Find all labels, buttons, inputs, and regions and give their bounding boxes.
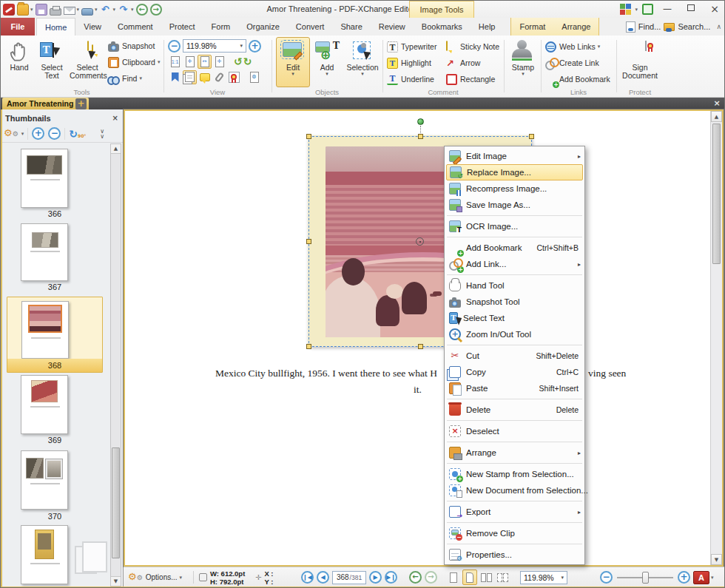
fit-visible-icon[interactable]: ✛ (212, 55, 226, 69)
thumbnails-pane-icon[interactable] (183, 70, 197, 84)
fit-page-icon[interactable]: ✛ (183, 55, 197, 69)
menu-select-text[interactable]: T Select Text (445, 310, 584, 326)
typewriter-button[interactable]: T Typewriter (387, 39, 445, 54)
new-document-tab-button[interactable]: + (75, 98, 87, 109)
thumbnails-options-caret[interactable]: ▾ (21, 131, 24, 137)
redo-icon[interactable]: ↷ (118, 4, 129, 16)
ui-options-caret[interactable]: ▾ (635, 7, 638, 13)
page-number-box[interactable]: 368/381 (332, 571, 366, 584)
maximize-button[interactable] (681, 1, 701, 17)
menu-replace-image[interactable]: ↺ Replace Image... (446, 164, 583, 180)
fields-pane-icon[interactable] (227, 70, 241, 84)
stamp-button[interactable]: Stamp ▾ (507, 37, 539, 87)
find-tool-button[interactable]: Find ▾ (108, 71, 163, 86)
select-comments-button[interactable]: Select Comments (69, 37, 106, 87)
menu-save-image-as[interactable]: Save Image As... (445, 197, 584, 213)
tab-convert[interactable]: Convert (288, 18, 333, 36)
menu-new-stamp-from-selection[interactable]: + New Stamp from Selection... (445, 466, 584, 482)
adobe-reader-caret[interactable]: ▾ (711, 575, 714, 581)
redo-dropdown-caret[interactable]: ▾ (131, 7, 134, 13)
zoom-out-icon[interactable]: − (168, 40, 181, 53)
zoom-slider-thumb[interactable] (642, 572, 649, 584)
handle-top-center[interactable] (418, 134, 423, 139)
menu-add-link[interactable]: + Add Link... (445, 256, 584, 272)
find-button[interactable]: Find... (638, 22, 661, 31)
ui-options-icon[interactable] (620, 4, 631, 15)
selection-button[interactable]: Selection ▾ (344, 37, 381, 87)
add-bookmark-button[interactable]: + Add Bookmark (545, 72, 613, 87)
handle-top-right[interactable] (529, 134, 534, 139)
bookmarks-pane-icon[interactable] (168, 70, 182, 84)
menu-recompress-image[interactable]: Recompress Image... (445, 180, 584, 197)
rotate-pages-icon[interactable]: ↻90° (69, 128, 86, 140)
status-zoom-out-icon[interactable]: − (600, 571, 613, 584)
adobe-reader-icon[interactable]: A (693, 571, 709, 584)
undo-icon[interactable]: ↶ (100, 4, 112, 16)
save-icon[interactable] (36, 4, 47, 16)
next-view-button[interactable]: → (425, 571, 437, 584)
menu-deselect[interactable]: × Deselect (445, 423, 584, 439)
tab-format[interactable]: Format (511, 18, 553, 36)
document-options-icon[interactable]: ⚙ (247, 70, 261, 84)
thumb-scroll-down-icon[interactable]: ▼ (111, 576, 121, 586)
document-view[interactable]: Mexico City bullfight, 1956. I went ther… (124, 109, 724, 567)
menu-hand-tool[interactable]: Hand Tool (445, 277, 584, 294)
tab-comment[interactable]: Comment (109, 18, 161, 36)
continuous-layout-icon[interactable] (462, 570, 477, 585)
zoom-combo-status[interactable]: 119.98%▾ (520, 567, 567, 587)
options-button[interactable]: ⚙⚙ Options... ▾ (128, 567, 182, 587)
create-link-button[interactable]: Create Link (545, 55, 613, 70)
fit-width-icon[interactable]: ↔ (198, 55, 212, 69)
scan-dropdown-caret[interactable]: ▾ (95, 7, 98, 13)
rotate-handle[interactable] (417, 118, 424, 125)
thumbnails-close-icon[interactable]: × (112, 114, 118, 122)
rotate-ccw-icon[interactable]: ↺ (234, 55, 243, 68)
last-page-button[interactable]: ▶❙ (385, 571, 397, 584)
close-all-icon[interactable]: × (711, 98, 723, 109)
thumbnail-page-368-selected[interactable]: 368 (7, 297, 103, 373)
image-tools-contextual-tab[interactable]: Image Tools (409, 1, 474, 18)
actual-size-icon[interactable]: 1:1 (168, 55, 182, 69)
comments-pane-icon[interactable] (198, 70, 212, 84)
open-file-icon[interactable] (17, 4, 29, 16)
menu-export[interactable]: → Export (445, 504, 584, 520)
app-logo-icon[interactable] (3, 4, 15, 16)
tab-home[interactable]: Home (36, 18, 75, 36)
history-back-button[interactable]: ← (136, 4, 148, 16)
menu-arrange[interactable]: Arrange (445, 445, 584, 461)
clipboard-button[interactable]: Clipboard ▾ (108, 55, 163, 70)
email-dropdown-caret[interactable]: ▾ (77, 7, 80, 13)
next-page-button[interactable]: ▶ (369, 571, 382, 584)
thumb-scroll-up-icon[interactable]: ▲ (111, 144, 121, 154)
close-button[interactable]: × (705, 1, 724, 17)
handle-top-left[interactable] (306, 134, 311, 139)
web-links-button[interactable]: Web Links ▾ (545, 39, 613, 54)
thumbnail-zoom-in-icon[interactable]: + (32, 127, 44, 140)
tab-share[interactable]: Share (332, 18, 370, 36)
menu-cut[interactable]: ✂ Cut Shift+Delete (445, 348, 584, 364)
menu-new-document-from-selection[interactable]: New Document from Selection... (445, 482, 584, 499)
handle-bottom-left[interactable] (306, 344, 311, 349)
edit-object-button[interactable]: Edit ▾ (276, 37, 310, 87)
collapse-ribbon-icon[interactable]: ∧ (716, 23, 721, 30)
add-object-button[interactable]: T ⊕ Add ▾ (310, 37, 344, 87)
status-zoom-in-icon[interactable]: + (678, 571, 690, 584)
zoom-level-combo[interactable]: 119.98% ▾ (183, 39, 246, 53)
thumbnail-page-368[interactable] (21, 301, 69, 359)
doc-scroll-down-icon[interactable]: ▼ (711, 554, 722, 565)
zoom-slider[interactable] (617, 577, 673, 578)
menu-zoom-tool[interactable]: + Zoom In/Out Tool (445, 326, 584, 342)
doc-scroll-up-icon[interactable]: ▲ (711, 111, 722, 122)
expand-toolbar-icon[interactable]: ∨∨ (100, 129, 104, 139)
rotate-cw-icon[interactable]: ↻ (243, 55, 252, 68)
menu-add-bookmark[interactable]: + Add Bookmark Ctrl+Shift+B (445, 240, 584, 256)
single-page-layout-icon[interactable] (446, 570, 461, 585)
rectangle-button[interactable]: Rectangle (446, 72, 502, 87)
thumbnails-scrollbar[interactable]: ▲ ▼ (110, 143, 121, 587)
print-icon[interactable] (50, 8, 61, 16)
thumbnails-options-icon[interactable]: ⚙⚙ (4, 127, 18, 140)
highlight-button[interactable]: T Highlight (387, 55, 445, 70)
menu-edit-image[interactable]: Edit Image (445, 148, 584, 164)
select-text-button[interactable]: T Select Text (35, 37, 69, 87)
document-scrollbar[interactable]: ▲ ▼ (710, 111, 722, 565)
